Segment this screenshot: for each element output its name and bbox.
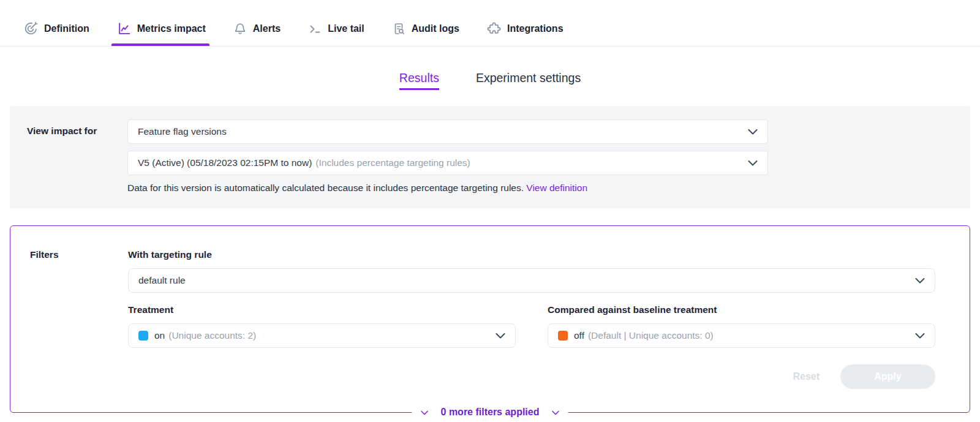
filters-panel: Filters With targeting rule default rule… <box>10 225 970 413</box>
integrations-puzzle-icon <box>486 21 502 36</box>
tab-audit-logs[interactable]: Audit logs <box>390 21 461 46</box>
tab-live-tail[interactable]: Live tail <box>306 21 366 46</box>
subtab-experiment-settings[interactable]: Experiment settings <box>476 71 581 90</box>
flag-version-select[interactable]: V5 (Active) (05/18/2023 02:15PM to now) … <box>127 151 768 175</box>
tab-integrations[interactable]: Integrations <box>485 21 565 46</box>
tab-label: Definition <box>44 23 89 34</box>
treatment-color-chip <box>138 331 148 341</box>
more-filters-toggle[interactable]: 0 more filters applied <box>412 405 568 419</box>
tab-label: Alerts <box>253 23 281 34</box>
tab-label: Metrics impact <box>137 23 206 34</box>
live-tail-terminal-icon <box>307 21 322 36</box>
chevron-down-icon <box>496 330 505 341</box>
chevron-down-icon <box>421 407 429 418</box>
flag-version-hint: (Includes percentage targeting rules) <box>315 157 470 168</box>
impact-type-value: Feature flag versions <box>138 126 227 137</box>
flag-version-value: V5 (Active) (05/18/2023 02:15PM to now) <box>138 157 312 168</box>
tab-alerts[interactable]: Alerts <box>232 21 282 46</box>
tab-label: Integrations <box>507 23 564 34</box>
apply-button[interactable]: Apply <box>840 364 935 389</box>
treatment-hint: (Unique accounts: 2) <box>168 330 256 341</box>
targeting-rule-select[interactable]: default rule <box>128 268 935 293</box>
targeting-rule-label: With targeting rule <box>128 249 935 260</box>
definition-icon <box>23 21 39 36</box>
subtab-results[interactable]: Results <box>399 71 439 90</box>
metrics-impact-icon <box>116 21 132 36</box>
alerts-bell-icon <box>233 21 247 36</box>
reset-button[interactable]: Reset <box>793 371 820 382</box>
top-navigation: Definition Metrics impact Alerts Live ta… <box>0 0 980 47</box>
view-impact-panel: View impact for Feature flag versions V5… <box>10 106 970 208</box>
targeting-rule-value: default rule <box>138 275 186 286</box>
filters-label: Filters <box>30 249 128 389</box>
treatment-value: on <box>154 330 165 341</box>
tab-label: Live tail <box>328 23 364 34</box>
version-helper-text: Data for this version is automatically c… <box>127 183 524 193</box>
baseline-color-chip <box>558 331 568 341</box>
more-filters-label: 0 more filters applied <box>441 407 540 418</box>
audit-logs-document-search-icon <box>391 21 406 36</box>
results-subtabs: Results Experiment settings <box>0 71 980 90</box>
baseline-treatment-select[interactable]: off (Default | Unique accounts: 0) <box>548 323 935 348</box>
chevron-down-icon <box>551 407 559 418</box>
view-definition-link[interactable]: View definition <box>526 183 587 193</box>
chevron-down-icon <box>915 330 925 341</box>
chevron-down-icon <box>915 275 925 286</box>
impact-type-select[interactable]: Feature flag versions <box>127 119 768 144</box>
baseline-hint: (Default | Unique accounts: 0) <box>588 330 714 341</box>
treatment-select[interactable]: on (Unique accounts: 2) <box>128 323 516 348</box>
view-impact-label: View impact for <box>27 119 127 194</box>
tab-label: Audit logs <box>412 23 459 34</box>
tab-definition[interactable]: Definition <box>22 21 91 46</box>
baseline-value: off <box>574 330 584 341</box>
baseline-treatment-label: Compared against baseline treatment <box>548 304 935 315</box>
treatment-label: Treatment <box>128 304 516 315</box>
chevron-down-icon <box>748 126 758 137</box>
chevron-down-icon <box>748 157 758 168</box>
tab-metrics-impact[interactable]: Metrics impact <box>115 21 207 46</box>
